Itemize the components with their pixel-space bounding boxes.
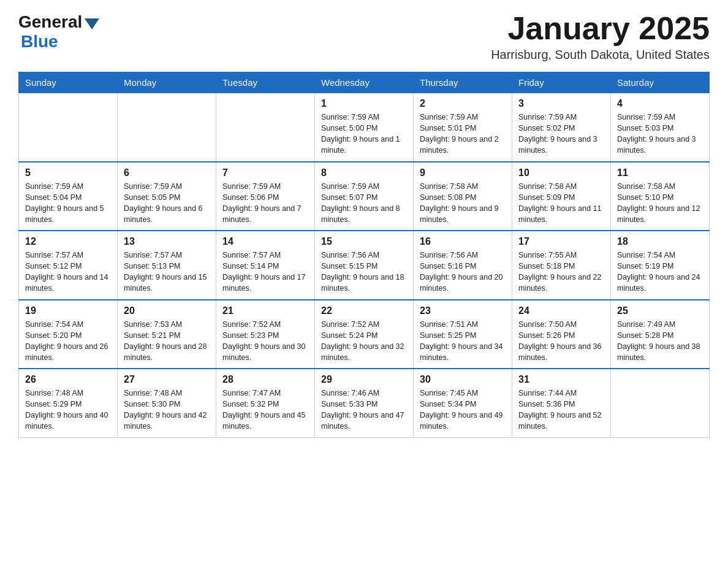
calendar-cell: 29Sunrise: 7:46 AM Sunset: 5:33 PM Dayli… xyxy=(315,369,414,437)
day-number: 26 xyxy=(25,374,111,385)
day-number: 16 xyxy=(420,236,506,247)
logo: General Blue xyxy=(18,12,99,52)
day-number: 12 xyxy=(25,236,111,247)
day-info: Sunrise: 7:59 AM Sunset: 5:05 PM Dayligh… xyxy=(124,181,210,226)
calendar-cell xyxy=(118,93,216,162)
day-number: 18 xyxy=(617,236,703,247)
calendar-week-row: 19Sunrise: 7:54 AM Sunset: 5:20 PM Dayli… xyxy=(19,300,710,369)
calendar-cell: 19Sunrise: 7:54 AM Sunset: 5:20 PM Dayli… xyxy=(19,300,118,369)
day-number: 13 xyxy=(124,236,210,247)
calendar-cell: 23Sunrise: 7:51 AM Sunset: 5:25 PM Dayli… xyxy=(414,300,512,369)
day-number: 7 xyxy=(222,167,308,178)
logo-blue-text: Blue xyxy=(21,32,58,52)
calendar-cell: 28Sunrise: 7:47 AM Sunset: 5:32 PM Dayli… xyxy=(216,369,315,437)
logo-general-text: General xyxy=(18,12,82,32)
day-info: Sunrise: 7:58 AM Sunset: 5:10 PM Dayligh… xyxy=(617,181,703,226)
calendar-cell xyxy=(19,93,118,162)
calendar-cell: 6Sunrise: 7:59 AM Sunset: 5:05 PM Daylig… xyxy=(118,162,216,231)
day-info: Sunrise: 7:51 AM Sunset: 5:25 PM Dayligh… xyxy=(420,319,506,364)
calendar-week-row: 1Sunrise: 7:59 AM Sunset: 5:00 PM Daylig… xyxy=(19,93,710,162)
calendar-cell: 26Sunrise: 7:48 AM Sunset: 5:29 PM Dayli… xyxy=(19,369,118,437)
weekday-header-saturday: Saturday xyxy=(611,72,710,93)
weekday-header-tuesday: Tuesday xyxy=(216,72,315,93)
calendar-cell: 25Sunrise: 7:49 AM Sunset: 5:28 PM Dayli… xyxy=(611,300,710,369)
day-number: 14 xyxy=(222,236,308,247)
calendar-cell: 16Sunrise: 7:56 AM Sunset: 5:16 PM Dayli… xyxy=(414,231,512,300)
calendar-cell: 7Sunrise: 7:59 AM Sunset: 5:06 PM Daylig… xyxy=(216,162,315,231)
calendar-cell xyxy=(611,369,710,437)
logo-arrow-icon xyxy=(85,18,99,29)
calendar-cell: 14Sunrise: 7:57 AM Sunset: 5:14 PM Dayli… xyxy=(216,231,315,300)
calendar-table: SundayMondayTuesdayWednesdayThursdayFrid… xyxy=(18,72,710,438)
day-info: Sunrise: 7:59 AM Sunset: 5:01 PM Dayligh… xyxy=(420,112,506,156)
day-number: 19 xyxy=(25,305,111,316)
calendar-cell xyxy=(216,93,315,162)
calendar-cell: 15Sunrise: 7:56 AM Sunset: 5:15 PM Dayli… xyxy=(315,231,414,300)
calendar-cell: 31Sunrise: 7:44 AM Sunset: 5:36 PM Dayli… xyxy=(512,369,611,437)
day-number: 20 xyxy=(124,305,210,316)
day-number: 17 xyxy=(518,236,604,247)
calendar-week-row: 5Sunrise: 7:59 AM Sunset: 5:04 PM Daylig… xyxy=(19,162,710,231)
day-number: 8 xyxy=(321,167,407,178)
day-info: Sunrise: 7:59 AM Sunset: 5:00 PM Dayligh… xyxy=(321,112,407,156)
day-info: Sunrise: 7:48 AM Sunset: 5:29 PM Dayligh… xyxy=(25,388,111,432)
day-number: 30 xyxy=(420,374,506,385)
day-number: 31 xyxy=(518,374,604,385)
day-info: Sunrise: 7:54 AM Sunset: 5:19 PM Dayligh… xyxy=(617,250,703,294)
day-info: Sunrise: 7:57 AM Sunset: 5:13 PM Dayligh… xyxy=(124,250,210,294)
day-number: 3 xyxy=(518,98,604,109)
day-number: 29 xyxy=(321,374,407,385)
calendar-cell: 20Sunrise: 7:53 AM Sunset: 5:21 PM Dayli… xyxy=(118,300,216,369)
day-info: Sunrise: 7:46 AM Sunset: 5:33 PM Dayligh… xyxy=(321,388,407,432)
day-info: Sunrise: 7:54 AM Sunset: 5:20 PM Dayligh… xyxy=(25,319,111,364)
weekday-header-monday: Monday xyxy=(118,72,216,93)
day-info: Sunrise: 7:59 AM Sunset: 5:07 PM Dayligh… xyxy=(321,181,407,226)
day-number: 9 xyxy=(420,167,506,178)
day-number: 4 xyxy=(617,98,703,109)
day-info: Sunrise: 7:59 AM Sunset: 5:04 PM Dayligh… xyxy=(25,181,111,226)
day-number: 21 xyxy=(222,305,308,316)
calendar-cell: 21Sunrise: 7:52 AM Sunset: 5:23 PM Dayli… xyxy=(216,300,315,369)
day-info: Sunrise: 7:59 AM Sunset: 5:02 PM Dayligh… xyxy=(518,112,604,156)
day-info: Sunrise: 7:49 AM Sunset: 5:28 PM Dayligh… xyxy=(617,319,703,364)
day-number: 11 xyxy=(617,167,703,178)
calendar-cell: 1Sunrise: 7:59 AM Sunset: 5:00 PM Daylig… xyxy=(315,93,414,162)
calendar-cell: 5Sunrise: 7:59 AM Sunset: 5:04 PM Daylig… xyxy=(19,162,118,231)
day-info: Sunrise: 7:59 AM Sunset: 5:03 PM Dayligh… xyxy=(617,112,703,156)
day-info: Sunrise: 7:57 AM Sunset: 5:14 PM Dayligh… xyxy=(222,250,308,294)
day-info: Sunrise: 7:58 AM Sunset: 5:08 PM Dayligh… xyxy=(420,181,506,226)
day-number: 25 xyxy=(617,305,703,316)
day-info: Sunrise: 7:55 AM Sunset: 5:18 PM Dayligh… xyxy=(518,250,604,294)
calendar-cell: 18Sunrise: 7:54 AM Sunset: 5:19 PM Dayli… xyxy=(611,231,710,300)
weekday-header-wednesday: Wednesday xyxy=(315,72,414,93)
day-number: 22 xyxy=(321,305,407,316)
weekday-header-sunday: Sunday xyxy=(19,72,118,93)
calendar-cell: 22Sunrise: 7:52 AM Sunset: 5:24 PM Dayli… xyxy=(315,300,414,369)
weekday-header-row: SundayMondayTuesdayWednesdayThursdayFrid… xyxy=(19,72,710,93)
calendar-cell: 30Sunrise: 7:45 AM Sunset: 5:34 PM Dayli… xyxy=(414,369,512,437)
calendar-cell: 24Sunrise: 7:50 AM Sunset: 5:26 PM Dayli… xyxy=(512,300,611,369)
calendar-week-row: 26Sunrise: 7:48 AM Sunset: 5:29 PM Dayli… xyxy=(19,369,710,437)
day-info: Sunrise: 7:52 AM Sunset: 5:24 PM Dayligh… xyxy=(321,319,407,364)
day-info: Sunrise: 7:59 AM Sunset: 5:06 PM Dayligh… xyxy=(222,181,308,226)
day-info: Sunrise: 7:45 AM Sunset: 5:34 PM Dayligh… xyxy=(420,388,506,432)
calendar-week-row: 12Sunrise: 7:57 AM Sunset: 5:12 PM Dayli… xyxy=(19,231,710,300)
calendar-cell: 12Sunrise: 7:57 AM Sunset: 5:12 PM Dayli… xyxy=(19,231,118,300)
day-number: 6 xyxy=(124,167,210,178)
day-info: Sunrise: 7:52 AM Sunset: 5:23 PM Dayligh… xyxy=(222,319,308,364)
calendar-cell: 9Sunrise: 7:58 AM Sunset: 5:08 PM Daylig… xyxy=(414,162,512,231)
calendar-cell: 13Sunrise: 7:57 AM Sunset: 5:13 PM Dayli… xyxy=(118,231,216,300)
day-number: 28 xyxy=(222,374,308,385)
day-number: 23 xyxy=(420,305,506,316)
calendar-cell: 27Sunrise: 7:48 AM Sunset: 5:30 PM Dayli… xyxy=(118,369,216,437)
day-info: Sunrise: 7:50 AM Sunset: 5:26 PM Dayligh… xyxy=(518,319,604,364)
day-number: 2 xyxy=(420,98,506,109)
day-info: Sunrise: 7:44 AM Sunset: 5:36 PM Dayligh… xyxy=(518,388,604,432)
day-number: 24 xyxy=(518,305,604,316)
day-info: Sunrise: 7:56 AM Sunset: 5:16 PM Dayligh… xyxy=(420,250,506,294)
day-info: Sunrise: 7:48 AM Sunset: 5:30 PM Dayligh… xyxy=(124,388,210,432)
header: General Blue January 2025 Harrisburg, So… xyxy=(18,12,710,62)
day-info: Sunrise: 7:58 AM Sunset: 5:09 PM Dayligh… xyxy=(518,181,604,226)
title-area: January 2025 Harrisburg, South Dakota, U… xyxy=(491,12,710,62)
day-number: 5 xyxy=(25,167,111,178)
